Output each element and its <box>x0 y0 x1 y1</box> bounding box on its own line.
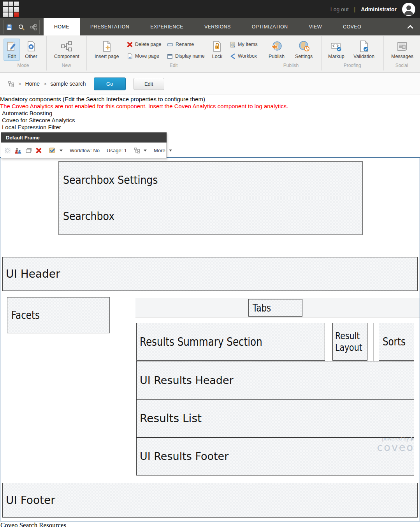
search-interface-frame[interactable]: Searchbox Settings Searchbox UI Header F… <box>0 157 420 521</box>
tab-optimization[interactable]: OPTIMIZATION <box>241 18 299 35</box>
validation-label: Validation <box>353 54 374 59</box>
publish-settings-icon <box>298 40 310 53</box>
edit-mode-button[interactable]: Edit <box>4 39 20 61</box>
insert-page-button[interactable]: Insert page <box>93 39 121 61</box>
markup-button[interactable]: Markup <box>326 39 346 61</box>
analytics-warning-text: The Coveo Analytics are not enabled for … <box>0 103 420 110</box>
navigate-tree-icon[interactable] <box>134 147 140 153</box>
publish-icon <box>271 40 283 53</box>
group-label-proofing: Proofing <box>321 63 383 68</box>
insert-page-label: Insert page <box>95 54 119 59</box>
other-mode-button[interactable]: Other <box>23 39 39 61</box>
rename-label: Rename <box>176 42 194 47</box>
workbox-button[interactable]: Workbox <box>230 52 257 60</box>
current-user-label[interactable]: Administrator <box>361 6 397 12</box>
coveo-wordmark: coveo <box>377 442 414 453</box>
placeholder-label: Searchbox <box>63 210 114 223</box>
placeholder-result-layout[interactable]: ResultLayout <box>332 323 367 361</box>
ribbon-tab-bar: HOME PRESENTATION EXPERIENCE VERSIONS OP… <box>0 18 420 35</box>
move-page-button[interactable]: Move page <box>127 52 159 60</box>
edit-mode-label: Edit <box>7 54 16 59</box>
top-bar: Log out | Administrator <box>0 0 420 18</box>
tab-presentation[interactable]: PRESENTATION <box>80 18 140 35</box>
markup-icon <box>330 40 343 53</box>
delete-page-button[interactable]: Delete page <box>127 40 161 48</box>
collapse-ribbon-icon[interactable] <box>407 24 414 30</box>
user-avatar[interactable] <box>402 3 415 16</box>
quick-access-toolbar <box>3 20 40 34</box>
save-icon[interactable] <box>6 24 13 31</box>
placeholder-label: UI Results Footer <box>140 450 228 462</box>
placeholder-facets[interactable]: Facets <box>7 297 110 333</box>
group-label-new: New <box>46 63 86 68</box>
messages-label: Messages <box>391 54 413 59</box>
my-items-button[interactable]: My Items <box>230 40 258 48</box>
sitecore-logo-icon[interactable] <box>3 2 19 17</box>
chevron-down-icon[interactable] <box>144 150 147 151</box>
breadcrumb-chevron: > <box>18 81 21 87</box>
default-frame-title: Default Frame <box>1 132 167 143</box>
edit-mode-icon <box>5 40 18 53</box>
validation-button[interactable]: Validation <box>351 39 376 61</box>
messages-button[interactable]: Messages <box>389 39 415 61</box>
group-label-mode: Mode <box>0 63 46 68</box>
placeholder-ui-footer[interactable]: UI Footer <box>2 483 418 518</box>
placeholder-results-summary[interactable]: Results Summary Section <box>136 323 325 361</box>
editing-actions-icon[interactable] <box>49 147 56 154</box>
breadcrumb-edit-button[interactable]: Edit <box>134 78 164 90</box>
placeholder-searchbox-settings[interactable]: Searchbox Settings <box>59 162 362 198</box>
tab-view[interactable]: VIEW <box>298 18 332 35</box>
placeholder-label: UI Footer <box>6 494 55 507</box>
placeholder-ui-results-header[interactable]: UI Results Header <box>137 361 414 399</box>
tabs-strip: Tabs <box>135 298 420 317</box>
move-page-icon <box>127 53 133 59</box>
tab-experience[interactable]: EXPERIENCE <box>140 18 194 35</box>
rename-icon <box>167 42 173 48</box>
lock-icon <box>211 40 223 53</box>
publish-settings-button[interactable]: Settings <box>293 39 315 61</box>
tab-coveo[interactable]: COVEO <box>332 18 372 35</box>
search-icon[interactable] <box>18 24 25 31</box>
breadcrumb-home[interactable]: Home <box>25 81 40 87</box>
mandatory-item: Automatic Boosting <box>0 110 420 117</box>
mandatory-item: Local Expression Filter <box>0 124 420 131</box>
tree-icon[interactable] <box>8 81 14 87</box>
ribbon: Edit Other Mode Component New Insert pag… <box>0 35 420 73</box>
coveo-branding: powered by coveo <box>377 437 414 453</box>
placeholder-label: Tabs <box>253 302 271 314</box>
delete-page-icon <box>127 42 133 48</box>
placeholder-ui-header[interactable]: UI Header <box>2 257 418 291</box>
messages-icon <box>396 40 408 53</box>
display-name-icon <box>167 53 173 59</box>
delete-component-icon[interactable] <box>36 148 42 153</box>
ribbon-tabs: HOME PRESENTATION EXPERIENCE VERSIONS OP… <box>44 18 372 35</box>
placeholder-sorts[interactable]: Sorts <box>379 323 414 361</box>
placeholder-searchbox[interactable]: Searchbox <box>59 198 362 234</box>
rename-button[interactable]: Rename <box>167 40 194 48</box>
my-toolbar-icon[interactable] <box>30 24 37 31</box>
searchbox-section: Searchbox Settings Searchbox <box>58 161 363 235</box>
security-people-icon[interactable] <box>14 147 22 154</box>
chevron-down-icon[interactable] <box>169 150 172 151</box>
placeholder-ui-results-footer[interactable]: UI Results Footer <box>137 437 414 475</box>
tab-home[interactable]: HOME <box>44 18 80 35</box>
placeholder-results-list[interactable]: Results List <box>137 399 414 437</box>
chevron-down-icon[interactable] <box>60 150 63 151</box>
disabled-properties-icon[interactable] <box>4 147 11 154</box>
placeholder-tabs[interactable]: Tabs <box>248 299 302 317</box>
component-button[interactable]: Component <box>52 39 81 61</box>
logout-link[interactable]: Log out <box>330 6 349 12</box>
publish-button[interactable]: Publish <box>267 39 286 61</box>
lock-button[interactable]: Lock <box>209 39 225 61</box>
more-button[interactable]: More <box>154 148 165 153</box>
display-name-button[interactable]: Display name <box>167 52 205 60</box>
default-frame-toolbar: Default Frame Workflow: No Usage: 1 <box>1 132 167 158</box>
page-notices: Mandatory components (Edit the Search In… <box>0 96 420 131</box>
my-items-label: My Items <box>238 42 258 47</box>
switch-window-icon[interactable] <box>25 147 32 153</box>
go-button[interactable]: Go <box>94 77 126 90</box>
component-label: Component <box>54 54 79 59</box>
coveo-search-resources-link[interactable]: Coveo Search Resources <box>0 521 66 529</box>
tab-versions[interactable]: VERSIONS <box>194 18 241 35</box>
breadcrumb-page[interactable]: sample search <box>51 81 86 87</box>
